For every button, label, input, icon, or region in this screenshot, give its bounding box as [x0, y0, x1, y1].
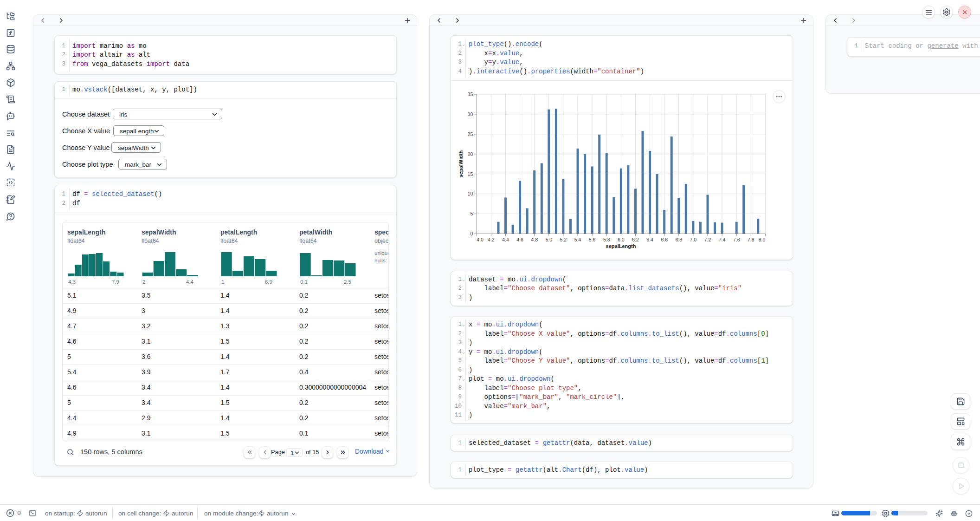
svg-text:20: 20: [468, 151, 473, 157]
svg-text:6.4: 6.4: [646, 237, 653, 242]
svg-text:7.0: 7.0: [690, 237, 697, 242]
svg-text:5: 5: [470, 211, 473, 216]
svg-text:25: 25: [468, 131, 473, 137]
svg-text:4.6: 4.6: [516, 237, 523, 242]
svg-text:7.2: 7.2: [704, 237, 711, 242]
svg-text:7.8: 7.8: [748, 237, 754, 242]
svg-text:35: 35: [468, 91, 473, 97]
svg-text:5.6: 5.6: [589, 237, 596, 242]
svg-text:4.0: 4.0: [477, 237, 484, 242]
svg-text:7.6: 7.6: [733, 237, 740, 242]
svg-text:5.8: 5.8: [603, 237, 610, 242]
svg-text:5.0: 5.0: [545, 237, 552, 242]
svg-text:4.4: 4.4: [502, 237, 509, 242]
svg-text:30: 30: [468, 111, 473, 117]
svg-text:sepalLength: sepalLength: [606, 243, 636, 249]
svg-text:7.4: 7.4: [719, 237, 726, 242]
svg-text:10: 10: [468, 191, 473, 196]
svg-text:6.6: 6.6: [661, 237, 668, 242]
svg-text:0: 0: [470, 231, 473, 236]
svg-text:8.0: 8.0: [759, 237, 766, 242]
svg-text:6.8: 6.8: [675, 237, 682, 242]
svg-text:sepalWidth: sepalWidth: [458, 150, 464, 177]
svg-text:15: 15: [468, 171, 473, 177]
svg-text:6.0: 6.0: [618, 237, 625, 242]
svg-text:5.2: 5.2: [560, 237, 567, 242]
svg-text:5.4: 5.4: [574, 237, 581, 242]
svg-text:4.2: 4.2: [488, 237, 495, 242]
svg-text:6.2: 6.2: [632, 237, 639, 242]
svg-text:4.8: 4.8: [531, 237, 538, 242]
